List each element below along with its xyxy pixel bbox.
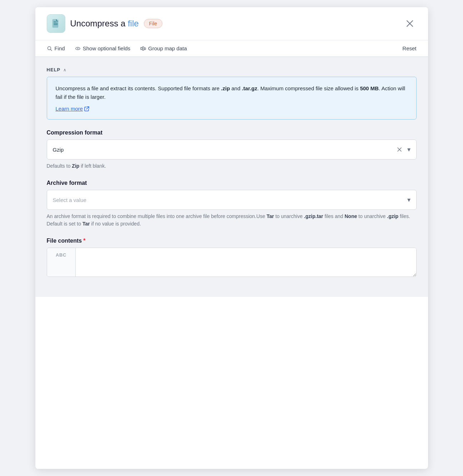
show-optional-fields-button[interactable]: Show optional fields [75,45,130,51]
svg-rect-12 [144,48,146,50]
svg-line-13 [86,107,89,109]
abc-label: ABC [47,248,76,277]
learn-more-button[interactable]: Learn more [56,106,90,112]
archive-format-hint: An archive format is required to combine… [47,213,417,228]
main-content: HELP ∧ Uncompress a file and extract its… [35,57,428,297]
file-contents-label: File contents * [47,238,417,244]
svg-rect-10 [141,47,142,50]
search-icon [47,46,52,51]
toolbar: Find Show optional fields Group map [35,40,428,57]
group-map-icon [140,46,146,51]
help-chevron-icon: ∧ [63,67,66,72]
help-label: HELP [47,67,61,72]
compression-format-hint: Defaults to Zip if left blank. [47,162,417,170]
compression-format-section: Compression format Gzip ▾ Def [47,130,417,170]
compression-format-value: Gzip [53,147,396,153]
compression-format-dropdown-icon: ▾ [407,146,411,153]
help-section-header: HELP ∧ [47,67,417,72]
app-icon [47,14,65,33]
modal-container: Uncompress a file File Find [35,7,428,469]
archive-format-section: Archive format Select a value ▾ An archi… [47,180,417,228]
eye-icon [75,46,81,51]
compression-format-actions: ▾ [396,146,411,153]
file-contents-section: File contents * ABC [47,238,417,277]
file-contents-container: ABC [47,248,417,277]
help-description: Uncompress a file and extract its conten… [56,84,408,101]
modal-header: Uncompress a file File [35,7,428,40]
archive-format-label: Archive format [47,180,417,186]
document-icon [51,19,61,29]
clear-icon [397,147,402,152]
header-left: Uncompress a file File [47,14,163,33]
group-map-data-button[interactable]: Group map data [140,45,187,51]
help-box: Uncompress a file and extract its conten… [47,77,417,120]
close-button[interactable] [403,17,417,30]
svg-line-7 [50,49,52,51]
external-link-icon [84,106,89,111]
toolbar-left: Find Show optional fields Group map [47,45,187,51]
svg-point-9 [77,48,78,49]
required-indicator: * [83,238,85,244]
page-title: Uncompress a file [70,19,139,29]
close-icon [406,20,414,27]
find-button[interactable]: Find [47,45,65,51]
archive-format-dropdown-icon: ▾ [407,196,411,204]
svg-rect-11 [142,47,144,50]
reset-button[interactable]: Reset [402,45,416,51]
compression-format-clear-button[interactable] [396,146,403,153]
archive-format-select[interactable]: Select a value ▾ [47,190,417,210]
help-section: HELP ∧ Uncompress a file and extract its… [47,67,417,120]
file-contents-input[interactable] [76,248,416,277]
file-link[interactable]: file [128,19,139,28]
archive-format-placeholder: Select a value [53,197,407,203]
compression-format-select[interactable]: Gzip ▾ [47,140,417,159]
compression-format-label: Compression format [47,130,417,136]
file-badge: File [144,19,163,28]
archive-format-actions: ▾ [407,196,411,204]
